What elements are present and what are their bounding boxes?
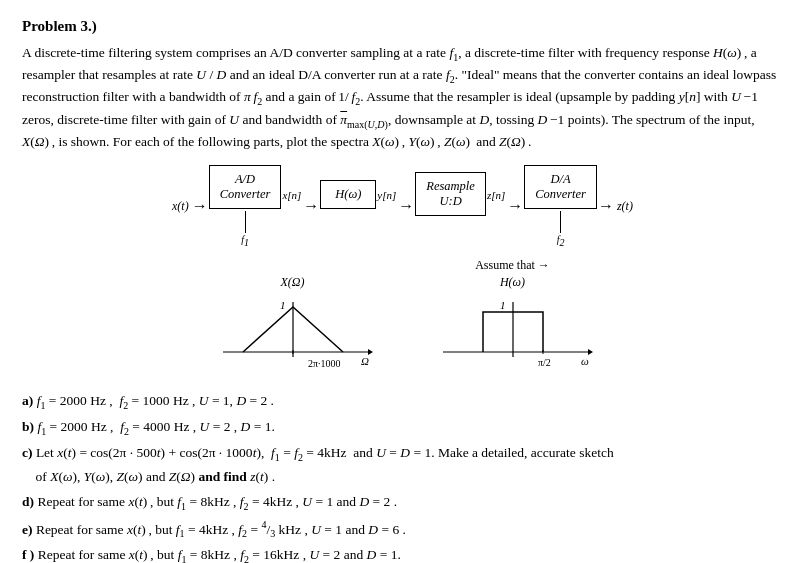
block-ad-wrapper: A/D Converter f1: [209, 165, 282, 248]
arrow-4: →: [507, 197, 523, 215]
graph-xomega-svg: 1 2π·1000 Ω: [213, 292, 373, 372]
signal-yn-wrapper: y[n]: [377, 189, 396, 223]
block-resample-wrapper: Resample U:D: [415, 172, 486, 240]
signal-xn-wrapper: x[n]: [282, 189, 301, 223]
graph-xomega-label: X(Ω): [281, 275, 305, 290]
parts-list: a) f1 = 2000 Hz , f2 = 1000 Hz , U = 1, …: [22, 390, 783, 563]
svg-text:2π·1000: 2π·1000: [308, 358, 341, 369]
part-a: a) f1 = 2000 Hz , f2 = 1000 Hz , U = 1, …: [22, 390, 783, 414]
signal-xt: x(t): [172, 199, 189, 214]
part-b: b) f1 = 2000 Hz , f2 = 4000 Hz , U = 2 ,…: [22, 416, 783, 440]
graph-hw: Assume that → H(ω) 1 π/2 ω: [433, 258, 593, 372]
arrow-3: →: [398, 197, 414, 215]
signal-zn: z[n]: [487, 189, 505, 201]
diagram-area: x(t) → A/D Converter f1 x[n] → H(ω): [22, 165, 783, 376]
part-f: f ) Repeat for same x(t) , but f1 = 8kHz…: [22, 544, 783, 563]
assume-label: Assume that →: [475, 258, 550, 273]
part-c: c) Let x(t) = cos(2π · 500t) + cos(2π · …: [22, 442, 783, 488]
arrow-1: →: [192, 197, 208, 215]
signal-zt: z(t): [617, 199, 633, 214]
block-resample: Resample U:D: [415, 172, 486, 216]
arrow-5: →: [598, 197, 614, 215]
part-e: e) Repeat for same x(t) , but f1 = 4kHz …: [22, 517, 783, 543]
up-arrow-f1: f1: [241, 211, 249, 248]
svg-text:Ω: Ω: [361, 355, 369, 367]
block-ad: A/D Converter: [209, 165, 282, 209]
block-da-wrapper: D/A Converter f2: [524, 165, 597, 248]
problem-description: A discrete-time filtering system compris…: [22, 43, 783, 153]
problem-title: Problem 3.): [22, 18, 783, 35]
part-d: d) Repeat for same x(t) , but f1 = 8kHz …: [22, 491, 783, 515]
up-arrow-f2: f2: [557, 211, 565, 248]
graphs-row: X(Ω) 1 2π·1000 Ω Assume that → H(ω): [213, 258, 593, 372]
block-da: D/A Converter: [524, 165, 597, 209]
block-hw-wrapper: H(ω): [320, 180, 376, 233]
signal-zn-wrapper: z[n]: [487, 189, 505, 223]
signal-xn: x[n]: [282, 189, 301, 201]
svg-text:1: 1: [500, 299, 506, 311]
svg-text:ω: ω: [581, 355, 589, 367]
svg-text:π/2: π/2: [538, 357, 551, 368]
arrow-2: →: [303, 197, 319, 215]
graph-hw-label: H(ω): [500, 275, 525, 290]
svg-text:1: 1: [280, 299, 286, 311]
signal-yn: y[n]: [377, 189, 396, 201]
block-diagram: x(t) → A/D Converter f1 x[n] → H(ω): [170, 165, 635, 248]
graph-xomega: X(Ω) 1 2π·1000 Ω: [213, 275, 373, 372]
block-hw: H(ω): [320, 180, 376, 209]
graph-hw-svg: 1 π/2 ω: [433, 292, 593, 372]
